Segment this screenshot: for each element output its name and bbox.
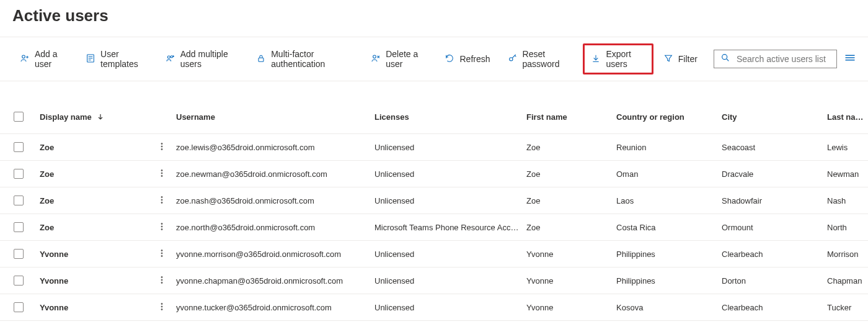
row-actions-button[interactable] [157,170,166,179]
toolbar-label: Multi-factor authentication [271,49,353,69]
toolbar-label: Delete a user [386,49,427,69]
row-actions-button[interactable] [157,277,166,286]
cell-licenses: Unlicensed [372,250,524,259]
cell-city: Clearbeach [719,303,825,312]
cell-username: yvonne.morrison@o365droid.onmicrosoft.co… [174,250,372,259]
cell-licenses: Unlicensed [372,143,524,152]
col-licenses[interactable]: Licenses [372,112,524,122]
search-input[interactable] [735,53,830,65]
filter-icon [663,53,673,65]
toolbar: Add a user User templates Add multiple u… [0,37,868,81]
row-checkbox[interactable] [14,196,24,205]
export-users-button[interactable]: Export users [583,43,653,74]
svg-point-13 [161,175,162,176]
cell-display-name[interactable]: Zoe [37,223,155,232]
delete-user-button[interactable]: Delete a user [363,44,435,74]
row-actions-button[interactable] [157,223,166,233]
cell-display-name[interactable]: Yvonne [37,250,155,259]
template-icon [86,53,95,65]
add-multiple-users-button[interactable]: Add multiple users [158,44,247,74]
table-header-row: Display name Username Licenses First nam… [0,100,868,134]
row-actions-button[interactable] [157,197,166,206]
col-country[interactable]: Country or region [614,112,719,122]
col-display-name[interactable]: Display name [37,112,155,122]
refresh-button[interactable]: Refresh [437,48,497,70]
row-checkbox[interactable] [14,276,24,286]
select-all-checkbox[interactable] [14,112,24,122]
cell-last-name: Morrison [825,250,868,259]
cell-last-name: Lewis [825,143,868,152]
table-row[interactable]: Yvonneyvonne.tucker@o365droid.onmicrosof… [0,294,868,321]
search-box[interactable] [714,50,837,68]
col-city[interactable]: City [719,112,825,122]
cell-display-name[interactable]: Zoe [37,169,155,179]
svg-point-0 [22,55,25,58]
toolbar-label: Reset password [523,49,574,69]
cell-first-name: Zoe [524,223,614,232]
cell-last-name: Newman [825,169,868,179]
filter-button[interactable]: Filter [656,48,705,70]
svg-point-28 [161,308,162,310]
add-user-button[interactable]: Add a user [12,44,76,74]
row-actions-button[interactable] [157,304,166,313]
download-icon [591,53,601,65]
svg-point-15 [161,199,162,200]
refresh-icon [445,53,454,65]
person-x-icon [371,53,381,65]
cell-first-name: Yvonne [524,303,614,312]
list-options-icon [844,53,856,64]
svg-point-23 [161,276,162,277]
cell-country: Philippines [614,250,719,259]
svg-point-16 [161,202,162,203]
row-checkbox[interactable] [14,302,24,312]
table-row[interactable]: Zoezoe.lewis@o365droid.onmicrosoft.comUn… [0,134,868,161]
search-icon [720,53,730,65]
cell-first-name: Zoe [524,143,614,152]
table-row[interactable]: Yvonneyvonne.morrison@o365droid.onmicros… [0,241,868,268]
table-row[interactable]: Zoezoe.north@o365droid.onmicrosoft.comMi… [0,214,868,241]
svg-rect-4 [259,58,264,61]
cell-last-name: North [825,223,868,232]
svg-point-10 [161,148,162,150]
table-row[interactable]: Yvonneyvonne.nolan@o365droid.onmicrosoft… [0,321,868,324]
page-title: Active users [0,0,868,37]
row-checkbox[interactable] [14,222,24,232]
cell-display-name[interactable]: Zoe [37,143,155,152]
cell-username: zoe.nash@o365droid.onmicrosoft.com [174,196,372,205]
svg-point-25 [161,282,162,283]
cell-city: Dorton [719,276,825,286]
cell-last-name: Chapman [825,276,868,286]
col-username[interactable]: Username [174,112,372,122]
user-templates-button[interactable]: User templates [78,44,156,74]
users-table: Display name Username Licenses First nam… [0,100,868,324]
cell-city: Shadowfair [719,196,825,205]
cell-display-name[interactable]: Yvonne [37,276,155,286]
svg-point-19 [161,228,162,230]
table-row[interactable]: Yvonneyvonne.chapman@o365droid.onmicroso… [0,268,868,294]
svg-point-21 [161,253,162,254]
row-actions-button[interactable] [157,143,166,153]
sort-arrow-down-icon [97,114,104,120]
cell-first-name: Zoe [524,196,614,205]
cell-display-name[interactable]: Yvonne [37,303,155,312]
svg-point-7 [722,55,727,60]
col-first-name[interactable]: First name [524,112,614,122]
mfa-button[interactable]: Multi-factor authentication [249,44,361,74]
row-checkbox[interactable] [14,142,24,152]
col-last-name[interactable]: Last name [825,112,868,122]
svg-point-20 [161,250,162,251]
toolbar-label: Refresh [459,54,490,64]
cell-display-name[interactable]: Zoe [37,196,155,205]
svg-point-22 [161,255,162,256]
cell-country: Oman [614,169,719,179]
row-actions-button[interactable] [157,250,166,259]
table-row[interactable]: Zoezoe.nash@o365droid.onmicrosoft.comUnl… [0,187,868,214]
row-checkbox[interactable] [14,249,24,259]
svg-point-5 [373,55,376,58]
row-checkbox[interactable] [14,169,24,179]
table-row[interactable]: Zoezoe.newman@o365droid.onmicrosoft.comU… [0,161,868,187]
svg-point-8 [161,143,162,144]
cell-city: Seacoast [719,143,825,152]
list-options-button[interactable] [844,53,856,65]
reset-password-button[interactable]: Reset password [500,44,581,74]
